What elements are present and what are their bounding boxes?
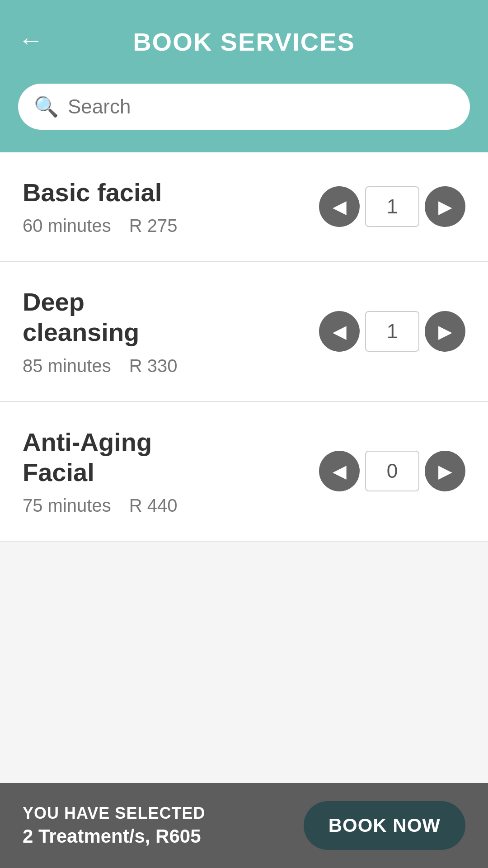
back-button[interactable]: ← [18, 25, 43, 54]
service-item-basic-facial: Basic facial 60 minutes R 275 ◀ ▶ [0, 152, 488, 262]
service-item-anti-aging-facial: Anti-AgingFacial 75 minutes R 440 ◀ ▶ [0, 402, 488, 542]
increment-button-basic-facial[interactable]: ▶ [425, 186, 465, 227]
selection-info: YOU HAVE SELECTED 2 Treatment/s, R605 [23, 804, 205, 847]
services-list: Basic facial 60 minutes R 275 ◀ ▶ Deepcl… [0, 152, 488, 542]
service-info: Basic facial 60 minutes R 275 [23, 177, 319, 236]
selected-count: 2 Treatment/s, R605 [23, 826, 205, 847]
quantity-input-basic-facial[interactable] [365, 186, 419, 227]
quantity-control-basic-facial: ◀ ▶ [319, 186, 465, 227]
book-now-button[interactable]: BOOK NOW [304, 801, 465, 850]
service-details: 60 minutes R 275 [23, 216, 319, 236]
quantity-input-deep-cleansing[interactable] [365, 311, 419, 352]
increment-button-deep-cleansing[interactable]: ▶ [425, 311, 465, 352]
service-duration: 60 minutes [23, 216, 111, 236]
page-title: BOOK SERVICES [133, 27, 355, 57]
service-info: Deepcleansing 85 minutes R 330 [23, 287, 319, 376]
service-duration: 85 minutes [23, 356, 111, 376]
quantity-control-deep-cleansing: ◀ ▶ [319, 311, 465, 352]
header: ← BOOK SERVICES [0, 0, 488, 79]
decrement-button-anti-aging[interactable]: ◀ [319, 451, 360, 491]
service-details: 85 minutes R 330 [23, 356, 319, 376]
selected-label: YOU HAVE SELECTED [23, 804, 205, 823]
service-name: Deepcleansing [23, 287, 319, 347]
service-name: Anti-AgingFacial [23, 427, 319, 487]
service-item-deep-cleansing: Deepcleansing 85 minutes R 330 ◀ ▶ [0, 262, 488, 401]
service-price: R 330 [129, 356, 178, 376]
service-name: Basic facial [23, 177, 319, 208]
search-input[interactable] [68, 95, 454, 118]
quantity-control-anti-aging: ◀ ▶ [319, 451, 465, 491]
service-info: Anti-AgingFacial 75 minutes R 440 [23, 427, 319, 516]
search-icon: 🔍 [34, 95, 59, 118]
service-details: 75 minutes R 440 [23, 495, 319, 516]
increment-button-anti-aging[interactable]: ▶ [425, 451, 465, 491]
bottom-bar: YOU HAVE SELECTED 2 Treatment/s, R605 BO… [0, 783, 488, 868]
service-price: R 440 [129, 495, 178, 516]
search-container: 🔍 [0, 79, 488, 152]
decrement-button-deep-cleansing[interactable]: ◀ [319, 311, 360, 352]
decrement-button-basic-facial[interactable]: ◀ [319, 186, 360, 227]
quantity-input-anti-aging[interactable] [365, 451, 419, 491]
service-price: R 275 [129, 216, 178, 236]
service-duration: 75 minutes [23, 495, 111, 516]
search-box: 🔍 [18, 84, 470, 130]
